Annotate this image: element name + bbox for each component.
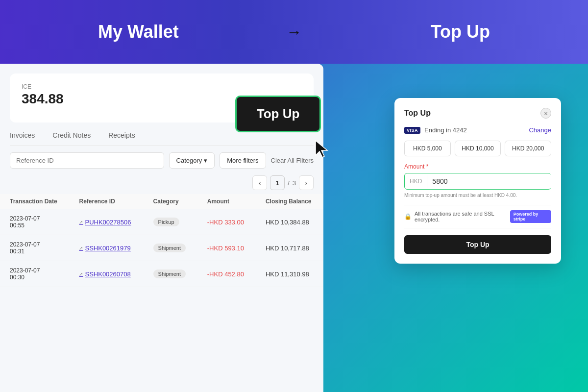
top-up-section: Top Up — [431, 22, 490, 42]
next-page-icon: › — [305, 179, 307, 187]
stripe-badge: Powered by stripe — [510, 210, 551, 223]
change-card-link[interactable]: Change — [529, 126, 551, 134]
tx-date: 2023-07-0700:30 — [0, 261, 69, 287]
header-arrow: → — [286, 23, 302, 41]
ref-link[interactable]: ↗ PUHK00278506 — [79, 219, 133, 226]
modal-topup-submit-button[interactable]: Top Up — [404, 235, 551, 254]
balance-label: ICE — [22, 83, 302, 90]
modal-title: Top Up — [404, 109, 431, 118]
tx-ref: ↗ SSHK00260708 — [69, 261, 143, 287]
tx-amount: -HKD 452.80 — [197, 261, 256, 287]
current-page: 1 — [270, 175, 285, 190]
tx-amount: -HKD 333.00 — [197, 209, 256, 235]
header-topup-title: Top Up — [431, 22, 490, 42]
cursor-arrow — [314, 140, 333, 159]
tab-invoices[interactable]: Invoices — [10, 126, 44, 145]
tx-ref: ↗ SSHK00261979 — [69, 235, 143, 261]
tx-closing: HKD 11,310.98 — [256, 261, 323, 287]
tx-date: 2023-07-0700:55 — [0, 209, 69, 235]
clear-all-filters-link[interactable]: Clear All Filters — [271, 157, 314, 164]
visa-badge: VISA — [404, 127, 420, 134]
external-link-icon: ↗ — [79, 245, 83, 251]
col-closing: Closing Balance — [256, 194, 323, 209]
security-text: 🔒 All transactions are safe and SSL encr… — [404, 211, 510, 222]
prev-page-icon: ‹ — [259, 179, 261, 187]
modal-header: Top Up × — [404, 108, 551, 119]
category-filter-button[interactable]: Category ▾ — [169, 152, 215, 169]
amount-hint: Minimum top-up amount must be at least H… — [404, 193, 551, 198]
topup-modal: Top Up × VISA Ending in 4242 Change HKD … — [394, 98, 561, 264]
svg-marker-0 — [316, 141, 327, 157]
amount-input-wrap: HKD — [404, 173, 551, 190]
tx-date: 2023-07-0700:31 — [0, 235, 69, 261]
reference-id-input[interactable] — [10, 152, 164, 169]
table-row: 2023-07-0700:55 ↗ PUHK00278506 Pickup -H… — [0, 209, 323, 235]
ref-link[interactable]: ↗ SSHK00261979 — [79, 245, 133, 252]
card-info: VISA Ending in 4242 — [404, 126, 467, 134]
more-filters-button[interactable]: More filters — [220, 152, 266, 169]
card-row: VISA Ending in 4242 Change — [404, 126, 551, 134]
topup-highlighted-button[interactable]: Top Up — [235, 96, 321, 132]
table-row: 2023-07-0700:31 ↗ SSHK00261979 Shipment … — [0, 235, 323, 261]
tab-receipts[interactable]: Receipts — [99, 126, 144, 145]
ref-link[interactable]: ↗ SSHK00260708 — [79, 270, 133, 278]
pagination-row: ‹ 1 / 3 › — [10, 175, 314, 190]
tx-category: Shipment — [144, 235, 197, 261]
currency-prefix: HKD — [405, 175, 427, 188]
category-badge: Shipment — [153, 270, 186, 278]
tx-category: Shipment — [144, 261, 197, 287]
preset-20000-button[interactable]: HKD 20,000 — [505, 141, 551, 156]
amount-presets: HKD 5,000 HKD 10,000 HKD 20,000 — [404, 141, 551, 156]
col-category: Category — [144, 194, 197, 209]
next-page-button[interactable]: › — [299, 175, 314, 190]
tx-category: Pickup — [144, 209, 197, 235]
amount-input[interactable] — [427, 174, 551, 188]
total-pages: 3 — [293, 179, 296, 187]
chevron-down-icon: ▾ — [204, 157, 207, 164]
preset-5000-button[interactable]: HKD 5,000 — [404, 141, 451, 156]
tx-closing: HKD 10,384.88 — [256, 209, 323, 235]
lock-icon: 🔒 — [404, 213, 412, 220]
preset-10000-button[interactable]: HKD 10,000 — [455, 141, 501, 156]
amount-label: Amount * — [404, 163, 551, 170]
tab-credit-notes[interactable]: Credit Notes — [44, 126, 99, 145]
category-badge: Shipment — [153, 244, 186, 252]
external-link-icon: ↗ — [79, 220, 83, 225]
prev-page-button[interactable]: ‹ — [252, 175, 267, 190]
card-ending: Ending in 4242 — [424, 126, 467, 134]
page-separator: / — [288, 179, 290, 187]
header: My Wallet → Top Up — [0, 0, 588, 64]
security-row: 🔒 All transactions are safe and SSL encr… — [404, 205, 551, 228]
my-wallet-section: My Wallet — [98, 22, 179, 42]
col-date: Transaction Date — [0, 194, 69, 209]
category-badge: Pickup — [153, 218, 179, 226]
modal-close-button[interactable]: × — [540, 108, 551, 119]
tx-ref: ↗ PUHK00278506 — [69, 209, 143, 235]
col-amount: Amount — [197, 194, 256, 209]
filters-row: Category ▾ More filters Clear All Filter… — [10, 152, 314, 169]
my-wallet-title: My Wallet — [98, 22, 179, 42]
tx-amount: -HKD 593.10 — [197, 235, 256, 261]
transactions-table: Transaction Date Reference ID Category A… — [0, 194, 323, 287]
col-ref: Reference ID — [69, 194, 143, 209]
external-link-icon: ↗ — [79, 271, 83, 277]
tx-closing: HKD 10,717.88 — [256, 235, 323, 261]
table-row: 2023-07-0700:30 ↗ SSHK00260708 Shipment … — [0, 261, 323, 287]
